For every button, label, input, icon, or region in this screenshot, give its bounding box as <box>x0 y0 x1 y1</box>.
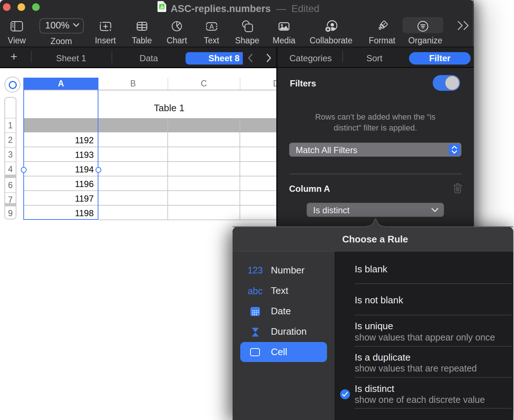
svg-text:A: A <box>209 23 214 30</box>
